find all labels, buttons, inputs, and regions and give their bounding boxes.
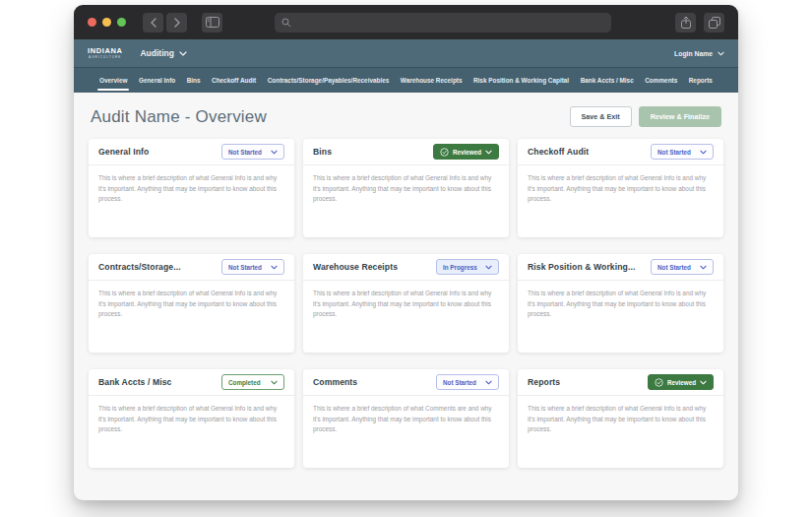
card-title: General Info [98, 147, 149, 157]
search-icon [281, 18, 291, 28]
user-menu[interactable]: Login Name [674, 50, 724, 57]
nav-tab[interactable]: Bins [183, 68, 205, 93]
status-label: In Progress [443, 264, 477, 271]
copy-icon [709, 17, 720, 29]
close-window-button[interactable] [88, 18, 96, 27]
app-header: INDIANA AGRICULTURE Auditing Login Name [74, 39, 738, 67]
nav-tab[interactable]: Contracts/Storage/Payables/Receivables [264, 68, 394, 93]
card-header: Contracts/Storage... Not Started [89, 254, 294, 281]
status-dropdown[interactable]: Not Started [221, 259, 284, 275]
chevron-down-icon [271, 265, 278, 270]
card-title: Bins [313, 147, 332, 157]
nav-tab-label: Overview [99, 77, 127, 84]
save-exit-button[interactable]: Save & Exit [570, 106, 632, 127]
card-description: This is where a brief description of wha… [89, 396, 294, 435]
nav-tab[interactable]: Warehouse Receipts [397, 68, 467, 93]
audit-section-card: General Info Not Started This is where a… [89, 139, 294, 237]
chevron-down-icon [271, 150, 278, 155]
section-tab-bar: Overview General Info Bins Checkoff Audi… [74, 67, 738, 93]
card-header: Warehouse Receipts In Progress [303, 254, 509, 281]
nav-tab-label: Bank Accts / Misc [581, 77, 634, 84]
review-finalize-button[interactable]: Review & Finalize [639, 106, 721, 127]
card-description: This is where a brief description of wha… [518, 281, 723, 320]
card-description: This is where a brief description of wha… [303, 396, 509, 435]
nav-tab-label: Checkoff Audit [212, 77, 256, 84]
status-label: Not Started [657, 149, 691, 156]
share-icon [680, 16, 692, 30]
status-dropdown[interactable]: Reviewed [648, 374, 714, 390]
card-title: Warehouse Receipts [313, 262, 398, 272]
address-search-field[interactable] [275, 13, 611, 32]
chevron-down-icon [485, 380, 492, 385]
audit-section-card: Contracts/Storage... Not Started This is… [89, 254, 294, 353]
status-dropdown[interactable]: Not Started [436, 374, 499, 390]
nav-tab[interactable]: Checkoff Audit [208, 68, 260, 93]
check-circle-icon [440, 148, 449, 157]
chevron-left-icon [150, 18, 157, 28]
chevron-down-icon [485, 265, 492, 270]
minimize-window-button[interactable] [102, 18, 111, 27]
chevron-down-icon [485, 150, 492, 155]
nav-tab[interactable]: Comments [641, 68, 681, 93]
browser-chrome [74, 5, 738, 39]
maximize-window-button[interactable] [117, 18, 126, 27]
card-title: Bank Accts / Misc [98, 377, 171, 387]
audit-section-card: Bank Accts / Misc Completed This is wher… [89, 369, 294, 468]
nav-tab[interactable]: General Info [135, 68, 179, 93]
audit-section-card: Warehouse Receipts In Progress This is w… [303, 254, 509, 353]
status-dropdown[interactable]: In Progress [436, 259, 499, 275]
card-description: This is where a brief description of wha… [518, 396, 723, 435]
status-label: Reviewed [453, 149, 481, 156]
forward-button[interactable] [166, 13, 187, 32]
card-header: Bins Reviewed [303, 139, 509, 165]
nav-tab[interactable]: Reports [685, 68, 717, 93]
app-menu-auditing[interactable]: Auditing [140, 48, 186, 58]
tab-overview-button[interactable] [704, 13, 724, 32]
nav-tab-label: General Info [139, 77, 175, 84]
chevron-down-icon [700, 265, 707, 270]
app-menu-label: Auditing [140, 48, 173, 58]
card-title: Reports [528, 377, 560, 387]
logo-text: INDIANA [88, 47, 122, 55]
user-menu-label: Login Name [674, 50, 713, 57]
card-description: This is where a brief description of wha… [303, 281, 509, 320]
nav-tab[interactable]: Overview [95, 68, 131, 93]
status-dropdown[interactable]: Not Started [651, 144, 714, 160]
status-label: Not Started [228, 149, 262, 156]
nav-tab[interactable]: Bank Accts / Misc [577, 68, 638, 93]
nav-tab-label: Reports [689, 77, 713, 84]
status-label: Not Started [657, 264, 691, 271]
card-header: Checkoff Audit Not Started [518, 139, 723, 165]
card-title: Checkoff Audit [528, 147, 589, 157]
nav-tab-label: Contracts/Storage/Payables/Receivables [268, 77, 390, 84]
chevron-down-icon [700, 150, 707, 155]
audit-section-card: Comments Not Started This is where a bri… [303, 369, 509, 468]
status-label: Not Started [228, 264, 262, 271]
sidebar-icon [206, 17, 219, 28]
status-dropdown[interactable]: Not Started [221, 144, 284, 160]
card-description: This is where a brief description of wha… [89, 281, 294, 320]
sidebar-toggle-button[interactable] [202, 13, 222, 32]
window-controls [88, 18, 126, 27]
card-title: Risk Position & Working... [528, 262, 635, 272]
chevron-down-icon [271, 380, 278, 385]
nav-tab[interactable]: Risk Position & Working Capital [469, 68, 573, 93]
chevron-right-icon [173, 18, 181, 28]
card-header: Comments Not Started [303, 369, 509, 396]
chevron-down-icon [700, 380, 707, 385]
nav-tab-label: Bins [187, 77, 201, 84]
history-buttons [143, 13, 187, 32]
chevron-down-icon [179, 51, 187, 56]
status-dropdown[interactable]: Reviewed [433, 144, 499, 160]
status-dropdown[interactable]: Completed [221, 374, 284, 390]
back-button[interactable] [143, 13, 163, 32]
page-actions: Save & Exit Review & Finalize [570, 106, 721, 127]
nav-tab-label: Warehouse Receipts [401, 77, 463, 84]
share-button[interactable] [675, 13, 696, 32]
nav-tab-label: Comments [645, 77, 677, 84]
audit-section-card: Checkoff Audit Not Started This is where… [518, 139, 723, 237]
card-description: This is where a brief description of wha… [518, 165, 723, 205]
card-description: This is where a brief description of wha… [89, 165, 294, 205]
status-dropdown[interactable]: Not Started [651, 259, 714, 275]
card-title: Contracts/Storage... [98, 262, 181, 272]
